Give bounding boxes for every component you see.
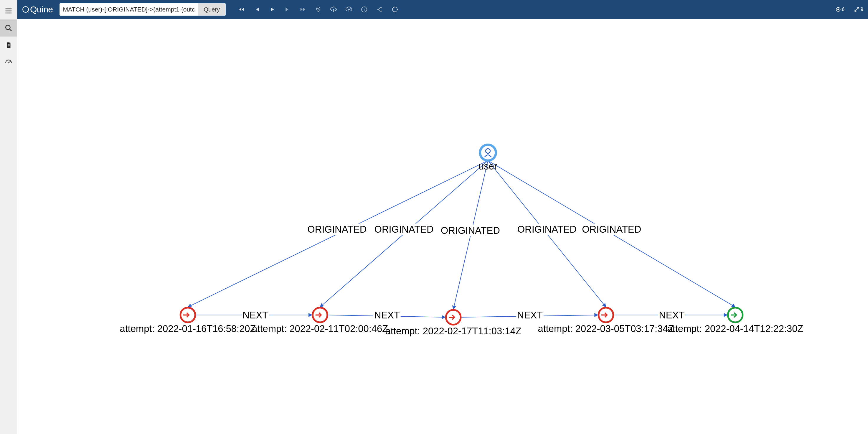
edge-count-value: 9 xyxy=(861,7,863,12)
attempt-node-label: attempt: 2022-02-17T11:03:14Z xyxy=(385,325,522,337)
search-tab[interactable] xyxy=(0,20,17,36)
user-node[interactable] xyxy=(480,145,496,161)
pin-button[interactable] xyxy=(315,6,322,13)
originated-label: ORIGINATED xyxy=(517,224,577,235)
fast-forward-icon xyxy=(300,6,306,13)
svg-point-10 xyxy=(377,9,379,10)
record-icon xyxy=(836,7,841,12)
gauge-icon xyxy=(5,58,12,66)
gauge-tab[interactable] xyxy=(0,54,17,71)
expand-arrows-icon xyxy=(854,6,860,12)
originated-label: ORIGINATED xyxy=(307,224,367,235)
play-icon xyxy=(270,7,275,12)
info-icon xyxy=(361,6,367,13)
next-label: NEXT xyxy=(243,310,268,320)
skip-back-button[interactable] xyxy=(253,6,260,13)
node-count-value: 6 xyxy=(842,7,844,12)
rewind-button[interactable] xyxy=(238,6,245,13)
toolbar-icons xyxy=(238,6,398,13)
brand-text: Quine xyxy=(30,4,53,15)
fast-forward-button[interactable] xyxy=(299,6,306,13)
docs-tab[interactable] xyxy=(0,36,17,54)
graph-canvas[interactable]: ORIGINATEDORIGINATEDORIGINATEDORIGINATED… xyxy=(17,19,868,434)
next-label: NEXT xyxy=(659,310,684,320)
svg-line-13 xyxy=(379,8,381,9)
svg-point-31 xyxy=(486,149,490,153)
skip-forward-button[interactable] xyxy=(284,6,291,13)
info-button[interactable] xyxy=(361,6,368,13)
svg-point-11 xyxy=(380,7,381,8)
originated-label: ORIGINATED xyxy=(374,224,433,235)
attempt-node-label: attempt: 2022-04-14T12:22:30Z xyxy=(667,323,803,334)
attempt-node-label: attempt: 2022-03-05T03:17:34Z xyxy=(538,323,674,334)
query-button[interactable]: Query xyxy=(198,3,226,16)
graph-svg: ORIGINATEDORIGINATEDORIGINATEDORIGINATED… xyxy=(17,19,868,434)
skip-forward-icon xyxy=(285,6,290,12)
share-icon xyxy=(376,6,382,12)
upload-cloud-icon xyxy=(345,6,352,12)
user-node-label: user xyxy=(478,161,497,172)
menu-button[interactable] xyxy=(0,2,17,20)
attempt-node[interactable] xyxy=(728,308,743,322)
menu-icon xyxy=(4,7,13,15)
play-button[interactable] xyxy=(269,6,276,13)
originated-label: ORIGINATED xyxy=(441,225,500,236)
download-button[interactable] xyxy=(330,6,337,13)
pin-icon xyxy=(315,6,321,13)
crosshair-icon xyxy=(392,6,398,13)
svg-line-1 xyxy=(9,29,11,31)
brand-logo: Quine xyxy=(22,4,53,15)
svg-point-21 xyxy=(837,8,839,10)
query-bar: Query xyxy=(60,3,226,16)
download-cloud-icon xyxy=(330,6,337,12)
left-rail xyxy=(0,0,17,434)
svg-point-0 xyxy=(6,25,10,29)
share-button[interactable] xyxy=(376,6,383,13)
document-icon xyxy=(5,42,12,48)
skip-back-icon xyxy=(254,6,260,12)
attempt-node[interactable] xyxy=(313,308,327,322)
user-node-icon xyxy=(485,149,491,157)
attempt-node-label: attempt: 2022-02-11T02:00:46Z xyxy=(252,323,388,334)
rewind-icon xyxy=(238,6,245,13)
upload-button[interactable] xyxy=(345,6,352,13)
attempt-node[interactable] xyxy=(180,308,195,322)
svg-point-3 xyxy=(8,62,9,63)
svg-line-14 xyxy=(379,10,381,11)
next-label: NEXT xyxy=(517,310,543,320)
svg-point-12 xyxy=(380,10,381,12)
svg-point-15 xyxy=(393,7,398,12)
search-icon xyxy=(5,24,12,32)
svg-point-6 xyxy=(318,8,319,9)
edge-counter[interactable]: 9 xyxy=(854,6,863,12)
topbar: Quine Query xyxy=(17,0,868,19)
attempt-node[interactable] xyxy=(446,310,461,325)
attempt-node-label: attempt: 2022-01-16T16:58:20Z xyxy=(120,323,256,334)
node-counter[interactable]: 6 xyxy=(836,7,844,12)
attempt-node[interactable] xyxy=(598,308,613,322)
query-input[interactable] xyxy=(60,3,198,16)
originated-label: ORIGINATED xyxy=(582,224,641,235)
brand-mark-icon xyxy=(22,6,29,13)
next-label: NEXT xyxy=(374,310,400,320)
crosshair-button[interactable] xyxy=(391,6,398,13)
